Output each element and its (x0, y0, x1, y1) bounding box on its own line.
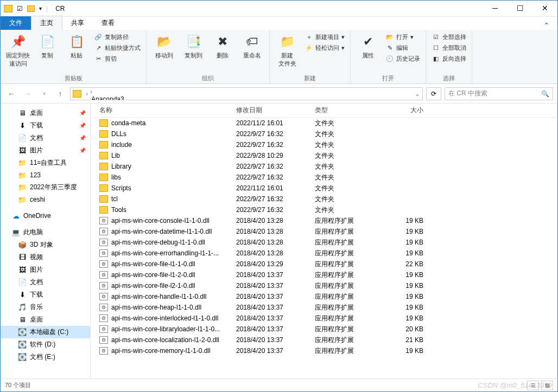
view-icons-button[interactable]: ▦ (541, 381, 553, 390)
maximize-button[interactable]: ☐ (508, 1, 532, 17)
nav-tree[interactable]: 🖥桌面📌⬇下载📌📄文档📌🖼图片📌📁11=自查工具📁123📁2022年第三季度📁c… (1, 104, 91, 392)
file-row[interactable]: ⚙api-ms-win-core-console-l1-1-0.dll2018/… (91, 215, 557, 226)
pin-to-quick-button[interactable]: 📌固定到快 速访问 (5, 32, 31, 69)
tab-share[interactable]: 共享 (62, 16, 93, 30)
address-bar: ← → ▾ ↑ › 此电脑›本地磁盘 (C:)›ProgramData›Anac… (1, 84, 557, 104)
nav-item[interactable]: 🖼图片 (1, 264, 90, 276)
col-date[interactable]: 修改日期 (236, 106, 315, 115)
nav-item[interactable]: 📄文档 (1, 276, 90, 288)
breadcrumb-seg[interactable]: Anaconda3 (89, 95, 132, 100)
column-headers[interactable]: 名称 修改日期 类型 大小 (91, 104, 557, 118)
nav-icon: ⬇ (18, 121, 27, 130)
file-row[interactable]: tcl2022/9/27 16:32文件夹 (91, 194, 557, 204)
qat-overflow-icon[interactable]: ▾ (39, 5, 42, 11)
nav-thispc[interactable]: 💻此电脑 (1, 226, 90, 239)
new-folder-icon: 📁 (278, 33, 296, 50)
recent-dropdown[interactable]: ▾ (37, 87, 50, 100)
file-row[interactable]: ⚙api-ms-win-core-localization-l1-2-0.dll… (91, 335, 557, 345)
move-to-button[interactable]: 📂移动到 (151, 32, 177, 61)
easy-access-button[interactable]: ⚡轻松访问 ▾ (303, 43, 346, 53)
nav-item[interactable]: ⬇下载 (1, 288, 90, 301)
nav-item[interactable]: 🖥桌面 (1, 313, 90, 326)
file-row[interactable]: ⚙api-ms-win-core-memory-l1-1-0.dll2018/4… (91, 345, 557, 356)
file-row[interactable]: ⚙api-ms-win-core-interlocked-l1-1-0.dll2… (91, 313, 557, 324)
file-row[interactable]: Scripts2022/11/2 16:01文件夹 (91, 183, 557, 194)
nav-item[interactable]: 🖼图片📌 (1, 144, 90, 157)
copy-to-button[interactable]: 📑复制到 (180, 32, 206, 61)
file-row[interactable]: ⚙api-ms-win-core-file-l2-1-0.dll2018/4/2… (91, 280, 557, 291)
file-row[interactable]: DLLs2022/9/27 16:32文件夹 (91, 128, 557, 139)
copy-path-button[interactable]: 🔗复制路径 (93, 32, 142, 42)
new-item-button[interactable]: ＋新建项目 ▾ (303, 32, 346, 42)
new-folder-button[interactable]: 📁新建 文件夹 (274, 32, 300, 69)
file-row[interactable]: include2022/9/27 16:32文件夹 (91, 139, 557, 150)
pc-icon: 💻 (11, 228, 20, 237)
file-row[interactable]: Library2022/9/27 16:32文件夹 (91, 161, 557, 172)
file-row[interactable]: ⚙api-ms-win-core-datetime-l1-1-0.dll2018… (91, 226, 557, 237)
nav-item[interactable]: 📄文档📌 (1, 132, 90, 144)
copy-button[interactable]: 📄复制 (34, 32, 60, 61)
nav-onedrive[interactable]: ☁OneDrive (1, 210, 90, 222)
file-row[interactable]: ⚙api-ms-win-core-file-l1-1-0.dll2018/4/2… (91, 259, 557, 269)
file-row[interactable]: ⚙api-ms-win-core-heap-l1-1-0.dll2018/4/2… (91, 302, 557, 313)
file-row[interactable]: ⚙api-ms-win-core-libraryloader-l1-1-0...… (91, 324, 557, 335)
nav-icon: 🖥 (18, 109, 27, 118)
file-row[interactable]: Lib2022/9/28 10:29文件夹 (91, 150, 557, 161)
ribbon-help-icon[interactable]: ⌃ (536, 21, 557, 30)
ribbon-group-select: ☑全部选择 ☐全部取消 ◧反向选择 选择 (426, 30, 472, 83)
file-row[interactable]: ⚙api-ms-win-core-debug-l1-1-0.dll2018/4/… (91, 237, 557, 248)
tab-home[interactable]: 主页 (31, 16, 62, 30)
up-button[interactable]: ↑ (54, 87, 67, 100)
open-button[interactable]: 📂打开 ▾ (384, 32, 421, 42)
paste-shortcut-icon: ↗ (94, 43, 103, 52)
file-list-pane: 名称 修改日期 类型 大小 conda-meta2022/11/2 16:01文… (91, 104, 557, 392)
nav-item[interactable]: ⬇下载📌 (1, 119, 90, 132)
file-row[interactable]: libs2022/9/27 16:32文件夹 (91, 172, 557, 183)
close-button[interactable]: ✕ (532, 1, 557, 17)
nav-item[interactable]: 💽软件 (D:) (1, 338, 90, 351)
file-row[interactable]: conda-meta2022/11/2 16:01文件夹 (91, 118, 557, 128)
nav-item[interactable]: 📁123 (1, 169, 90, 181)
select-all-button[interactable]: ☑全部选择 (430, 32, 467, 42)
breadcrumb[interactable]: › 此电脑›本地磁盘 (C:)›ProgramData›Anaconda3›en… (70, 87, 423, 100)
paste-shortcut-button[interactable]: ↗粘贴快捷方式 (93, 43, 142, 53)
select-none-button[interactable]: ☐全部取消 (430, 43, 467, 53)
file-row[interactable]: ⚙api-ms-win-core-handle-l1-1-0.dll2018/4… (91, 291, 557, 302)
col-type[interactable]: 类型 (315, 106, 380, 115)
search-input[interactable]: 在 CR 中搜索 🔍 (445, 87, 553, 100)
qat-checkbox-icon[interactable]: ☑ (17, 5, 23, 12)
view-details-button[interactable]: ☰ (527, 381, 539, 390)
back-button[interactable]: ← (5, 87, 18, 100)
history-button[interactable]: 🕘历史记录 (384, 54, 421, 63)
nav-item[interactable]: 📦3D 对象 (1, 239, 90, 251)
refresh-button[interactable]: ⟳ (426, 87, 441, 100)
cut-button[interactable]: ✂剪切 (93, 54, 142, 63)
nav-item[interactable]: 💽文档 (E:) (1, 351, 90, 363)
nav-item[interactable]: 🎵音乐 (1, 301, 90, 313)
nav-item[interactable]: 📁ceshi (1, 194, 90, 205)
file-row[interactable]: Tools2022/9/27 16:32文件夹 (91, 204, 557, 215)
nav-item[interactable]: 🖥桌面📌 (1, 107, 90, 119)
file-row[interactable]: ⚙api-ms-win-core-errorhandling-l1-1-...2… (91, 248, 557, 259)
rename-button[interactable]: 🏷重命名 (239, 32, 265, 61)
col-size[interactable]: 大小 (380, 106, 423, 115)
edit-button[interactable]: ✎编辑 (384, 43, 421, 53)
invert-selection-button[interactable]: ◧反向选择 (430, 54, 467, 63)
minimize-button[interactable]: ─ (483, 1, 508, 17)
nav-item[interactable]: 💽本地磁盘 (C:) (1, 326, 90, 338)
paste-button[interactable]: 📋粘贴 (64, 32, 90, 61)
col-name[interactable]: 名称 (95, 106, 236, 115)
file-row[interactable]: ⚙api-ms-win-core-file-l1-2-0.dll2018/4/2… (91, 269, 557, 280)
nav-item[interactable]: 🎞视频 (1, 251, 90, 264)
select-all-icon: ☑ (432, 33, 440, 41)
nav-item[interactable]: 📁2022年第三季度 (1, 181, 90, 194)
forward-button[interactable]: → (21, 87, 34, 100)
tab-file[interactable]: 文件 (1, 16, 31, 30)
breadcrumb-seg[interactable]: ProgramData (89, 87, 132, 88)
delete-button[interactable]: ✖删除 (210, 32, 236, 61)
properties-button[interactable]: ✔属性 (355, 32, 381, 61)
qat-folder-icon[interactable] (27, 5, 35, 12)
open-icon: 📂 (385, 33, 394, 41)
tab-view[interactable]: 查看 (93, 16, 123, 30)
nav-item[interactable]: 📁11=自查工具 (1, 157, 90, 169)
